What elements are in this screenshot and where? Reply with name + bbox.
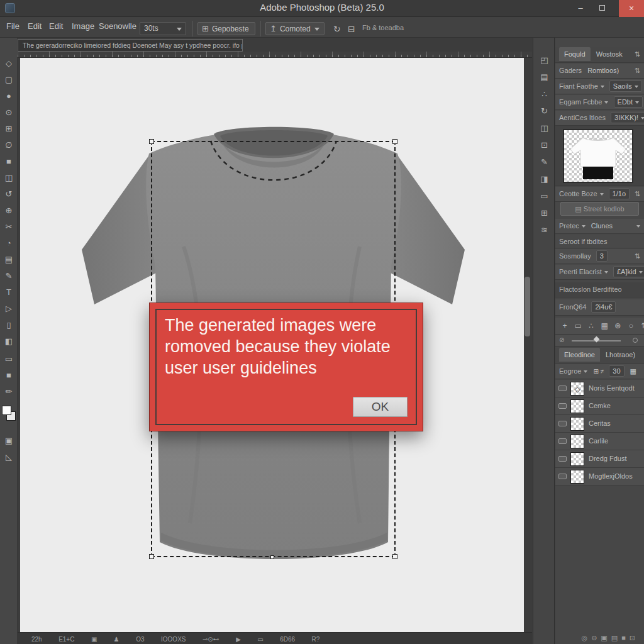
tool-icon[interactable]: ● <box>0 88 18 104</box>
selection-handle-ne[interactable] <box>392 139 397 144</box>
tool-icon[interactable]: ▭ <box>0 351 18 367</box>
close-button[interactable]: × <box>619 0 644 17</box>
lock-icons[interactable]: ⊞ ≠ <box>594 368 604 375</box>
tab-adjustments[interactable]: Wostosk <box>596 50 623 58</box>
layer-row[interactable]: Ceritas <box>555 415 644 433</box>
layer-thumbnail[interactable] <box>570 435 584 448</box>
panel-rail-icon[interactable]: ▭ <box>533 187 555 204</box>
tool-icon[interactable]: ■ <box>0 153 18 170</box>
paste-button[interactable]: ⊞Gepobeste <box>197 22 255 35</box>
layer-thumbnail[interactable] <box>570 452 584 466</box>
tool-icon[interactable]: ◫ <box>0 170 18 186</box>
menu-file[interactable]: File <box>6 21 19 31</box>
selection-handle-sw[interactable] <box>149 554 154 559</box>
smart-object-button[interactable]: ▤ Street kodlob <box>560 202 639 216</box>
foreground-color-swatch[interactable] <box>2 406 11 415</box>
layer-thumbnail[interactable] <box>570 399 584 413</box>
panel-tool-icon[interactable]: ▦ <box>599 318 610 334</box>
spinner-icon[interactable]: ⇅ <box>635 64 640 77</box>
tool-icon[interactable]: ▷ <box>0 301 18 317</box>
panel-rail-icon[interactable]: ↻ <box>533 103 555 119</box>
tool-icon[interactable]: ▣ <box>0 433 18 449</box>
folder-icon[interactable]: ⊟ <box>348 24 355 34</box>
visibility-toggle-icon[interactable] <box>558 403 567 409</box>
panel-tool-icon[interactable]: ○ <box>625 318 636 334</box>
panel-rail-icon[interactable]: ✎ <box>533 153 555 170</box>
font-dropdown[interactable]: Saoils <box>609 80 642 92</box>
layer-row[interactable]: Cemke <box>555 397 644 415</box>
panel-tool-icon[interactable]: ∴ <box>586 318 597 334</box>
panel-rail-icon[interactable]: ◨ <box>533 170 555 187</box>
panel-rail-icon[interactable]: ∴ <box>533 86 555 103</box>
opacity-value-box[interactable]: 30 <box>609 365 624 377</box>
menu-edit-1[interactable]: Edit <box>28 21 42 31</box>
spinner-icon[interactable]: ⇅ <box>635 187 640 201</box>
tool-icon[interactable]: ∅ <box>0 137 18 153</box>
vertical-scrollbar[interactable] <box>525 277 530 336</box>
panel-rail-icon[interactable]: ≋ <box>533 221 555 238</box>
tool-icon[interactable]: ◇ <box>0 55 18 72</box>
panel-rail-icon[interactable]: ▤ <box>533 69 555 86</box>
tool-icon[interactable]: ▯ <box>0 317 18 333</box>
panel-tool-icon[interactable]: ▭ <box>572 318 584 334</box>
tool-icon[interactable]: ◧ <box>0 333 18 350</box>
panel-tool-icon[interactable]: + <box>559 318 570 334</box>
image-preview-thumbnail[interactable] <box>563 129 633 183</box>
tool-icon[interactable]: ⊕ <box>0 203 18 219</box>
layer-row[interactable]: ◇ Noris Eentqodt <box>555 380 644 397</box>
panel-rail-icon[interactable]: ⊡ <box>533 136 555 153</box>
tool-icon[interactable]: ✂ <box>0 219 18 235</box>
visibility-toggle-icon[interactable] <box>558 421 567 426</box>
menu-image[interactable]: Image <box>72 21 94 31</box>
visibility-toggle-icon[interactable] <box>558 456 567 462</box>
spinner-icon[interactable]: ⇅ <box>635 47 640 61</box>
tool-icon[interactable]: ✏ <box>0 384 18 400</box>
tool-icon[interactable]: ↺ <box>0 186 18 203</box>
tool-icon[interactable]: ⊞ <box>0 121 18 137</box>
ok-button[interactable]: OK <box>353 397 408 417</box>
refresh-icon[interactable]: ↻ <box>333 24 341 34</box>
fron-value-box[interactable]: 2i4u€ <box>591 301 616 313</box>
tool-icon[interactable]: ◺ <box>0 449 18 465</box>
tool-icon[interactable]: ◔ <box>0 235 18 252</box>
size-value-box[interactable]: 1/1o <box>609 188 630 199</box>
layer-row[interactable]: Dredg Fdust <box>555 450 644 468</box>
layer-thumbnail[interactable]: ◇ <box>570 382 584 396</box>
share-button[interactable]: ↥Comoted <box>265 22 325 35</box>
layer-thumbnail[interactable] <box>570 470 584 484</box>
panel-rail-icon[interactable]: ◰ <box>533 52 555 69</box>
menu-edit-2[interactable]: Edit <box>49 21 63 31</box>
visibility-toggle-icon[interactable] <box>558 386 567 391</box>
antialias-dropdown[interactable]: 3IKKK)! <box>611 112 644 123</box>
color-swatches[interactable] <box>2 406 16 427</box>
selection-handle-nw[interactable] <box>149 139 154 144</box>
export-dropdown[interactable]: EDbt <box>614 96 643 108</box>
selection-handle-s[interactable] <box>270 555 274 559</box>
tool-icon[interactable]: T <box>0 284 18 301</box>
zoom-dropdown[interactable]: 30ts <box>140 22 186 35</box>
tool-icon[interactable]: ▢ <box>0 72 18 88</box>
visibility-toggle-icon[interactable] <box>558 438 567 444</box>
tool-icon[interactable]: ⊙ <box>0 104 18 121</box>
layer-row[interactable]: MogtlexjOldos <box>555 468 644 486</box>
panel-tool-icon[interactable]: ⇅ <box>638 318 644 334</box>
visibility-toggle-icon[interactable] <box>558 474 567 479</box>
selection-handle-se[interactable] <box>392 554 397 559</box>
layer-row[interactable]: Carlile <box>555 433 644 450</box>
tool-icon[interactable]: ✎ <box>0 268 18 284</box>
tool-icon[interactable]: ■ <box>0 367 18 384</box>
maximize-button[interactable] <box>592 0 611 17</box>
layer-thumbnail[interactable] <box>570 417 584 431</box>
pearl-dropdown[interactable]: £A]kid <box>613 266 644 277</box>
spinner-icon[interactable]: ⇅ <box>635 249 640 263</box>
minimize-button[interactable]: – <box>571 0 590 17</box>
tool-icon[interactable]: ▤ <box>0 252 18 268</box>
panel-rail-icon[interactable]: ◫ <box>533 119 555 136</box>
panel-tool-icon[interactable]: ⊛ <box>612 318 623 334</box>
smoothing-value-box[interactable]: 3 <box>596 250 608 262</box>
panel-rail-icon[interactable]: ⊞ <box>533 204 555 221</box>
tab-properties[interactable]: Foquld <box>559 47 591 61</box>
menu-select[interactable]: Soenowlle <box>99 21 136 31</box>
tab-layers[interactable]: Eleodinoe <box>559 348 600 362</box>
layers-panel-actions[interactable]: ◎⊖▣▤■⊡ <box>555 634 644 644</box>
